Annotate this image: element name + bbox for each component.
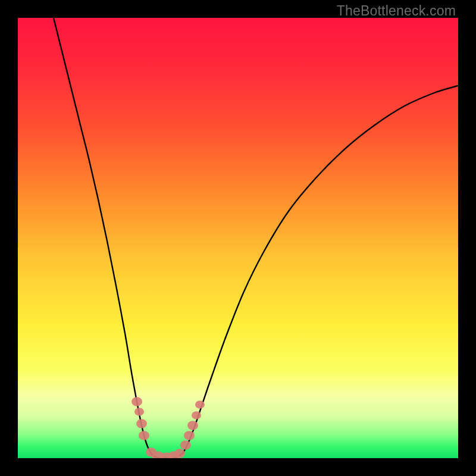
chart-frame: TheBottleneck.com — [0, 0, 476, 476]
bead — [136, 419, 147, 428]
curve-layer — [18, 18, 458, 458]
bead — [187, 421, 198, 430]
plot-area — [18, 18, 458, 458]
bead — [139, 431, 149, 440]
bottleneck-curve — [54, 18, 458, 458]
bead — [131, 397, 142, 406]
bead — [180, 440, 191, 449]
watermark-text: TheBottleneck.com — [337, 3, 456, 18]
bead — [134, 408, 144, 416]
curve-beads — [131, 397, 205, 458]
bead — [192, 411, 201, 419]
bead — [195, 400, 205, 409]
watermark: TheBottleneck.com — [337, 3, 456, 19]
bead — [184, 431, 195, 440]
bead — [174, 449, 185, 458]
